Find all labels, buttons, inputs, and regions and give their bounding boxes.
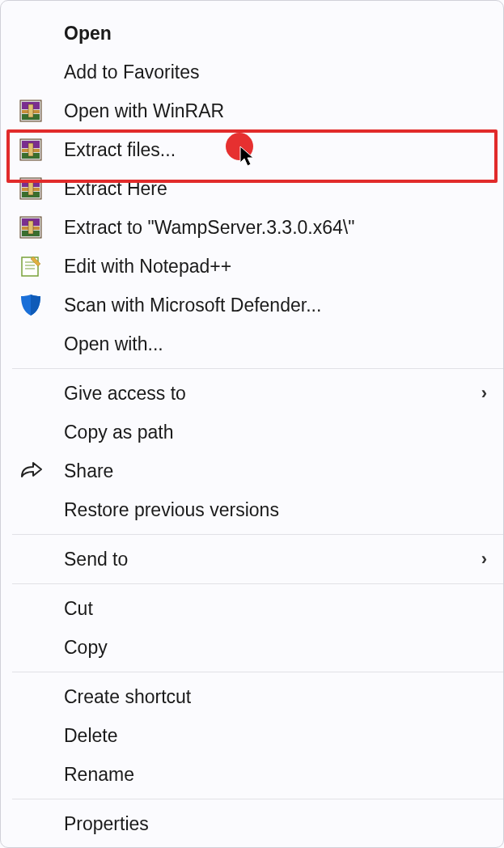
menu-label: Delete [64, 725, 487, 747]
menu-rename[interactable]: Rename [1, 755, 503, 794]
menu-restore[interactable]: Restore previous versions [1, 490, 503, 529]
svg-rect-9 [28, 143, 33, 156]
menu-label: Open with... [64, 333, 487, 355]
menu-label: Extract to "WampServer.3.3.0.x64\" [64, 217, 487, 239]
menu-label: Properties [64, 813, 487, 835]
notepad-icon [17, 252, 44, 280]
menu-label: Extract files... [64, 139, 487, 161]
menu-open-winrar[interactable]: Open with WinRAR [1, 91, 503, 130]
separator [12, 583, 503, 584]
annotation-click-dot [226, 133, 253, 160]
winrar-icon [17, 214, 44, 241]
menu-delete[interactable]: Delete [1, 716, 503, 755]
menu-share[interactable]: Share [1, 452, 503, 490]
menu-label: Edit with Notepad++ [64, 256, 487, 278]
defender-icon [17, 291, 44, 319]
menu-label: Rename [64, 764, 487, 786]
menu-label: Share [64, 460, 487, 482]
menu-properties[interactable]: Properties [1, 804, 503, 843]
menu-label: Restore previous versions [64, 499, 487, 521]
menu-extract-to[interactable]: Extract to "WampServer.3.3.0.x64\" [1, 208, 503, 247]
menu-label: Create shortcut [64, 686, 487, 708]
chevron-right-icon: › [481, 549, 487, 570]
menu-label: Open [64, 23, 487, 45]
menu-label: Open with WinRAR [64, 100, 487, 122]
svg-rect-14 [28, 182, 33, 195]
separator [12, 799, 503, 799]
svg-rect-4 [28, 104, 33, 117]
menu-add-favorites[interactable]: Add to Favorites [1, 53, 503, 91]
menu-copy[interactable]: Copy [1, 628, 503, 667]
menu-copy-path[interactable]: Copy as path [1, 413, 503, 452]
menu-label: Extract Here [64, 178, 487, 200]
context-menu: Open Add to Favorites Open with WinRAR [0, 0, 504, 848]
winrar-icon [17, 175, 44, 202]
svg-rect-19 [28, 221, 33, 234]
menu-open[interactable]: Open [1, 14, 503, 53]
menu-label: Copy as path [64, 422, 487, 443]
menu-label: Scan with Microsoft Defender... [64, 295, 487, 316]
chevron-right-icon: › [481, 383, 487, 404]
menu-label: Give access to [64, 383, 481, 405]
separator [12, 672, 503, 672]
menu-extract-here[interactable]: Extract Here [1, 169, 503, 208]
share-icon [17, 457, 44, 485]
separator [12, 534, 503, 535]
menu-create-shortcut[interactable]: Create shortcut [1, 677, 503, 716]
menu-label: Cut [64, 598, 487, 620]
menu-cut[interactable]: Cut [1, 589, 503, 628]
winrar-icon [17, 136, 44, 163]
menu-label: Send to [64, 549, 481, 570]
menu-scan-defender[interactable]: Scan with Microsoft Defender... [1, 286, 503, 324]
menu-send-to[interactable]: Send to › [1, 540, 503, 579]
menu-open-with[interactable]: Open with... [1, 324, 503, 363]
separator [12, 368, 503, 369]
menu-give-access[interactable]: Give access to › [1, 374, 503, 413]
winrar-icon [17, 97, 44, 125]
menu-edit-notepad[interactable]: Edit with Notepad++ [1, 247, 503, 286]
menu-label: Copy [64, 637, 487, 659]
menu-label: Add to Favorites [64, 61, 487, 83]
